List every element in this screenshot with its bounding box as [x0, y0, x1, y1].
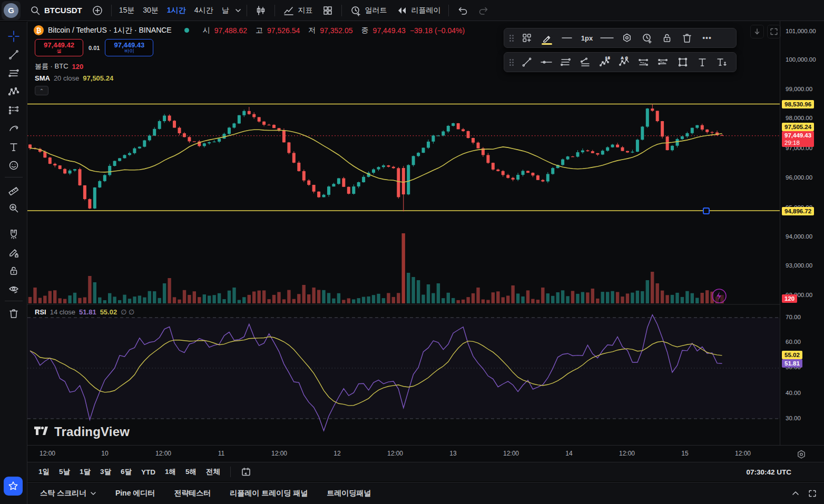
volume-legend[interactable]: 볼륨 · BTC 120 [35, 62, 83, 71]
range-3달[interactable]: 3달 [95, 465, 116, 479]
user-menu-button[interactable]: G [2, 1, 21, 20]
range-1해[interactable]: 1해 [160, 465, 181, 479]
crosshair-tool-button[interactable] [4, 27, 24, 45]
trend-line-icon [521, 56, 533, 68]
drawing-mode-button[interactable] [4, 243, 24, 261]
price-badge: 94,896.72 [782, 207, 814, 215]
range-전체[interactable]: 전체 [201, 465, 225, 479]
undo-button[interactable] [452, 3, 473, 18]
emoji-tool-button[interactable] [4, 156, 24, 174]
drawing-templates-button[interactable] [518, 30, 536, 46]
trend-line-tool-button[interactable] [4, 45, 24, 64]
range-1달[interactable]: 1달 [75, 465, 95, 479]
range-YTD[interactable]: YTD [136, 466, 160, 478]
settings-button[interactable] [618, 30, 636, 46]
elliott-wave-button[interactable]: 15 [596, 54, 613, 70]
rectangle-button[interactable] [674, 54, 692, 70]
drag-handle[interactable] [509, 35, 514, 42]
drag-handle[interactable] [509, 59, 514, 66]
timeframe-30분[interactable]: 30분 [139, 3, 163, 18]
timeframe-날[interactable]: 날 [217, 3, 233, 18]
time-axis[interactable]: 12:001012:001112:001212:001312:001412:00… [27, 445, 824, 462]
fib-lines-tool-button[interactable] [4, 64, 24, 82]
redo-button[interactable] [473, 3, 494, 18]
price-badge: 55.02 [782, 351, 802, 359]
fullscreen-icon[interactable] [808, 489, 817, 498]
color-style-button[interactable] [538, 30, 556, 46]
price-tick: 96,000.00 [786, 174, 812, 181]
goto-date-button[interactable] [236, 465, 256, 479]
add-alert-button[interactable] [638, 30, 656, 46]
alert-button[interactable]: 얼러트 [345, 3, 391, 18]
buy-button[interactable]: 97,449.43 바이 [105, 39, 153, 56]
chart-canvas[interactable] [27, 21, 780, 445]
replay-button[interactable]: 리플레이 [391, 3, 445, 18]
pencil-lock-icon [8, 246, 19, 258]
market-status-icon[interactable] [184, 28, 189, 33]
hide-drawings-button[interactable] [4, 280, 24, 298]
symbol-search-button[interactable]: BTCUSDT [25, 3, 87, 18]
measure-tool-button[interactable] [4, 180, 24, 199]
lock-drawing-button[interactable] [658, 30, 676, 46]
tab-1[interactable]: 스탁 스크리너 [40, 489, 96, 498]
scroll-to-recent-button[interactable] [750, 25, 764, 38]
anchored-text-button[interactable] [713, 54, 731, 70]
delete-drawing-button[interactable] [678, 30, 696, 46]
tab-4[interactable]: 리플레이 트레이딩 패널 [230, 489, 308, 498]
range-5해[interactable]: 5해 [181, 465, 201, 479]
rsi-line-value: 51.81 [79, 308, 96, 316]
price-axis[interactable]: 101,000.00100,000.0099,000.0098,000.0097… [780, 21, 824, 445]
pattern-tool-button[interactable] [4, 82, 24, 101]
collapse-legend-button[interactable]: ⌃ [35, 86, 48, 95]
rsi-legend[interactable]: RSI 14 close 51.81 55.02 ∅ ∅ [35, 308, 134, 316]
disjoint-channel-button[interactable] [635, 54, 653, 70]
lock-drawings-button[interactable] [4, 261, 24, 280]
abcd-pattern-icon: AC [619, 56, 630, 68]
range-6달[interactable]: 6달 [116, 465, 136, 479]
rsi-params: 14 close [50, 308, 75, 316]
indicators-button[interactable]: 지표 [278, 3, 317, 18]
trend-line-button[interactable] [518, 54, 535, 70]
remove-drawings-button[interactable] [4, 304, 24, 322]
brush-tool-button[interactable] [4, 119, 24, 137]
sma-legend[interactable]: SMA 20 close 97,505.24 [35, 74, 113, 82]
range-5날[interactable]: 5날 [54, 465, 75, 479]
price-tick: 40.00 [786, 390, 801, 396]
text-button[interactable] [694, 54, 711, 70]
line-type-button[interactable] [598, 30, 616, 46]
zoom-in-tool-button[interactable] [4, 199, 24, 217]
abcd-pattern-button[interactable]: AC [615, 54, 633, 70]
timeframe-4시간[interactable]: 4시간 [190, 3, 218, 18]
flat-channel-button[interactable] [655, 54, 672, 70]
more-options-button[interactable]: ••• [698, 30, 716, 46]
tab-5[interactable]: 트레이딩패널 [327, 489, 371, 498]
magnet-mode-button[interactable] [4, 224, 24, 243]
clock-utc[interactable]: 07:30:42 UTC [746, 468, 791, 476]
range-1일[interactable]: 1일 [34, 465, 54, 479]
tab-3[interactable]: 전략테스터 [174, 489, 211, 498]
divider [5, 177, 23, 177]
timeframe-15분[interactable]: 15분 [115, 3, 139, 18]
timeframe-1시간[interactable]: 1시간 [163, 3, 190, 18]
buy-price: 97,449.43 [114, 42, 145, 49]
projection-tool-button[interactable] [4, 101, 24, 119]
line-style-button[interactable] [558, 30, 576, 46]
text-tool-button[interactable] [4, 137, 24, 156]
favorites-star-button[interactable] [4, 477, 23, 496]
axis-settings-gear-icon[interactable] [796, 449, 807, 460]
timeframe-dropdown[interactable] [233, 3, 243, 18]
multi-line-button[interactable] [576, 54, 594, 70]
sell-button[interactable]: 97,449.42 셀 [35, 39, 83, 56]
line-width-button[interactable]: 1px [578, 30, 596, 46]
chart-title[interactable]: Bitcoin / TetherUS · 1시간 · BINANCE [48, 26, 172, 35]
price-tick: 100,000.00 [786, 56, 816, 63]
parallel-lines-button[interactable] [557, 54, 574, 70]
maximize-pane-button[interactable] [767, 25, 781, 38]
layout-grid-button[interactable] [317, 3, 338, 18]
tab-2[interactable]: Pine 에디터 [115, 489, 155, 498]
chevron-up-icon[interactable] [791, 489, 800, 498]
chart-style-button[interactable] [250, 3, 271, 18]
calendar-icon [241, 467, 251, 477]
compare-add-button[interactable] [87, 3, 108, 18]
horizontal-ray-button[interactable] [537, 54, 555, 70]
